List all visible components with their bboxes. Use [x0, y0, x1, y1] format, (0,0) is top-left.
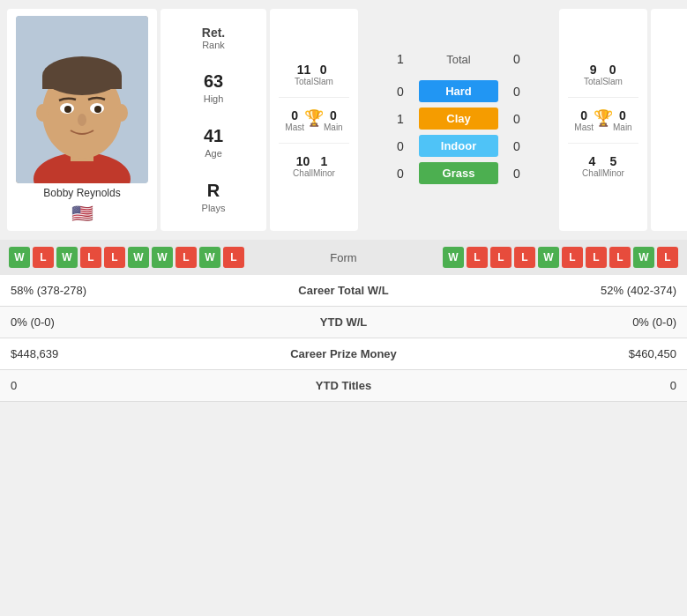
left-player-stats-card: Ret. Rank 63 High 41 Age R Plays	[161, 9, 266, 231]
left-trophy-icon: 🏆	[304, 109, 324, 127]
left-form-badges: WLWLLWWLWL	[9, 247, 244, 268]
svg-rect-5	[42, 76, 122, 89]
stats-table-body: 58% (378-278) Career Total W/L 52% (402-…	[0, 275, 687, 402]
left-minor-lbl: Minor	[313, 168, 335, 178]
surface-score-left: 0	[387, 85, 414, 99]
player-section: Bobby Reynolds 🇺🇸 Ret. Rank 63 High 41 A…	[0, 0, 687, 240]
left-high-label: High	[204, 93, 224, 105]
left-plays-label: Plays	[202, 202, 226, 214]
right-minor-val: 5	[602, 154, 624, 168]
right-total-slam-row: 9 Total 0 Slam	[584, 59, 623, 90]
surface-badge: Grass	[419, 162, 498, 184]
right-main-stat: 0 Main	[613, 108, 632, 132]
left-mast-stat: 0 Mast	[285, 108, 304, 132]
right-player-stats-card: Ret. Rank 89 High 37 Age R Plays	[651, 9, 687, 231]
left-ret-text: Ret.	[202, 26, 225, 40]
main-container: Bobby Reynolds 🇺🇸 Ret. Rank 63 High 41 A…	[0, 0, 687, 402]
form-badge-l: L	[175, 247, 197, 268]
surface-rows-container: 0 Hard 0 1 Clay 0 0 Indoor 0 0 Grass 0	[362, 77, 556, 188]
form-badge-l: L	[80, 247, 101, 268]
total-label: Total	[419, 53, 498, 66]
left-age-label: Age	[204, 147, 223, 160]
right-minor-lbl: Minor	[602, 168, 624, 178]
left-rank-label: Rank	[202, 40, 225, 50]
right-form-badges: WLLLWLLLWL	[443, 247, 678, 268]
svg-point-10	[78, 114, 86, 126]
stats-left-val: $448,639	[0, 338, 241, 370]
surface-score-right: 0	[504, 167, 530, 181]
left-slam-lbl: Slam	[313, 77, 333, 86]
stats-table-row: $448,639 Career Prize Money $460,450	[0, 338, 687, 370]
surface-badge: Hard	[419, 80, 498, 102]
right-total-stat: 9 Total	[584, 63, 602, 86]
form-badge-l: L	[33, 247, 54, 268]
stats-table-row: 0 YTD Titles 0	[0, 370, 687, 402]
form-badge-l: L	[490, 247, 512, 268]
right-chall-lbl: Chall	[582, 168, 602, 178]
left-main-stat: 0 Main	[324, 108, 343, 132]
right-total-lbl: Total	[584, 77, 602, 86]
left-plays-stat: R Plays	[202, 179, 226, 214]
stats-right-val: 0	[446, 370, 687, 402]
stats-table-row: 0% (0-0) YTD W/L 0% (0-0)	[0, 307, 687, 338]
left-player-flag: 🇺🇸	[71, 203, 93, 224]
stats-right-val: 52% (402-374)	[446, 275, 687, 307]
right-mast-main-row: 0 Mast 🏆 0 Main	[574, 105, 631, 136]
left-main-val: 0	[324, 108, 343, 122]
form-badge-l: L	[104, 247, 125, 268]
right-trophy: 🏆	[594, 108, 613, 132]
total-score-left: 1	[387, 52, 414, 66]
stats-table: 58% (378-278) Career Total W/L 52% (402-…	[0, 275, 687, 402]
form-label: Form	[244, 251, 443, 264]
left-win-stats-card: 11 Total 0 Slam 0 Mast 🏆 0	[270, 9, 358, 231]
right-trophy-icon: 🏆	[594, 109, 613, 127]
surface-row: 0 Grass 0	[362, 160, 556, 186]
left-high-value: 63	[204, 70, 224, 93]
form-badge-l: L	[609, 247, 631, 268]
surface-row: 1 Clay 0	[362, 106, 556, 131]
stats-table-row: 58% (378-278) Career Total W/L 52% (402-…	[0, 275, 687, 307]
surface-badge: Clay	[419, 108, 498, 130]
form-badge-l: L	[657, 247, 678, 268]
left-minor-stat: 1 Minor	[313, 154, 335, 178]
stats-center-label: Career Prize Money	[241, 338, 447, 370]
total-score-right: 0	[504, 52, 530, 66]
right-mast-lbl: Mast	[574, 122, 594, 132]
right-mast-stat: 0 Mast	[574, 108, 594, 132]
left-player-name-below: Bobby Reynolds	[43, 187, 120, 199]
stats-right-val: 0% (0-0)	[446, 307, 687, 338]
left-slam-val: 0	[313, 63, 333, 77]
left-chall-minor-row: 10 Chall 1 Minor	[293, 151, 335, 182]
stats-left-val: 0	[0, 370, 241, 402]
left-age-value: 41	[204, 124, 223, 147]
stats-right-val: $460,450	[446, 338, 687, 370]
form-badge-w: W	[56, 247, 78, 268]
form-badge-w: W	[633, 247, 654, 268]
left-player-photo	[16, 16, 148, 183]
left-chall-stat: 10 Chall	[293, 154, 313, 178]
right-slam-lbl: Slam	[602, 77, 623, 86]
form-badge-w: W	[128, 247, 149, 268]
svg-point-8	[64, 106, 71, 113]
left-plays-value: R	[202, 179, 226, 202]
left-trophy: 🏆	[304, 108, 324, 132]
left-mast-val: 0	[285, 108, 304, 122]
left-total-stat: 11 Total	[295, 63, 313, 86]
stats-center-label: YTD Titles	[241, 370, 447, 402]
right-chall-minor-row: 4 Chall 5 Minor	[582, 151, 624, 182]
surface-score-left: 0	[387, 139, 414, 153]
left-main-lbl: Main	[324, 122, 343, 132]
surface-row: 0 Hard 0	[362, 78, 556, 104]
right-win-stats-card: 9 Total 0 Slam 0 Mast 🏆 0	[559, 9, 647, 231]
right-chall-val: 4	[582, 154, 602, 168]
surface-score-left: 1	[387, 112, 414, 126]
surface-score-left: 0	[387, 167, 414, 181]
stats-left-val: 0% (0-0)	[0, 307, 241, 338]
left-age-stat: 41 Age	[204, 124, 223, 160]
form-badge-l: L	[562, 247, 583, 268]
surface-score-right: 0	[504, 112, 530, 126]
left-total-val: 11	[295, 63, 313, 77]
form-badge-l: L	[586, 247, 607, 268]
surface-score-right: 0	[504, 139, 530, 153]
form-section: WLWLLWWLWL Form WLLLWLLLWL	[0, 240, 687, 275]
